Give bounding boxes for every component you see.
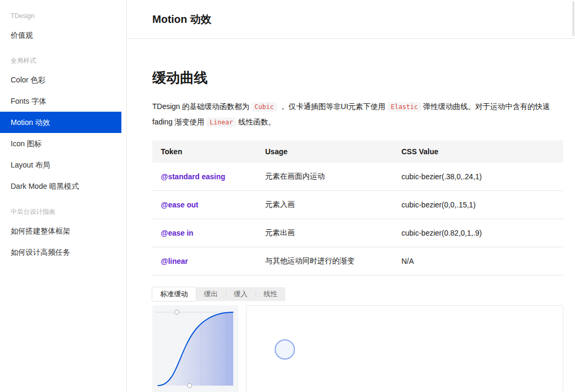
sidebar: TDesign 价值观 全局样式 Color 色彩 Fonts 字体 Motio… [0,0,127,392]
table-row: @linear 与其他运动同时进行的渐变 N/A [152,247,563,276]
inline-code-linear: Linear [207,118,236,127]
token-link-linear[interactable]: @linear [152,247,257,276]
sidebar-item-fonts[interactable]: Fonts 字体 [0,90,126,112]
usage-cell: 与其他运动同时进行的渐变 [257,247,393,276]
easing-demo [152,305,563,392]
table-row: @ease out 元素入画 cubic-bezier(0,0,.15,1) [152,191,563,219]
sidebar-item-framework[interactable]: 如何搭建整体框架 [0,220,126,241]
table-header-row: Token Usage CSS Value [152,140,563,163]
sidebar-group-label-guide: 中后台设计指南 [0,203,126,220]
easing-demo-tabs: 标准缓动 缓出 缓入 线性 [152,287,285,301]
usage-cell: 元素入画 [257,191,393,219]
bezier-curve-svg [152,305,239,392]
sidebar-item-tasks[interactable]: 如何设计高频任务 [0,241,126,263]
main-content: Motion 动效 缓动曲线 TDesign 的基础缓动函数都为Cubic， 仅… [127,0,575,392]
sidebar-item-layout[interactable]: Layout 布局 [0,154,126,176]
sidebar-group-label-global-styles: 全局样式 [0,52,126,69]
table-header-css-value: CSS Value [393,140,563,163]
control-handle-bottom[interactable] [187,383,192,388]
intro-text-4: 线性函数。 [238,118,275,126]
usage-cell: 元素在画面内运动 [257,163,393,191]
curve-area-fill [158,312,233,386]
sidebar-item-icon[interactable]: Icon 图标 [0,133,126,154]
intro-paragraph: TDesign 的基础缓动函数都为Cubic， 仅卡通插图等非UI元素下使用El… [152,99,563,130]
inline-code-elastic: Elastic [388,102,421,112]
intro-text-1: TDesign 的基础缓动函数都为 [152,102,249,111]
page-header: Motion 动效 [127,0,575,39]
animation-stage [246,305,563,392]
table-header-usage: Usage [257,140,393,163]
tab-ease-out[interactable]: 缓出 [196,287,226,301]
usage-cell: 元素出画 [257,219,393,247]
css-value-cell: cubic-bezier(.38,0,.24,1) [393,163,563,191]
table-row: @standard easing 元素在画面内运动 cubic-bezier(.… [152,163,563,191]
table-header-token: Token [152,140,257,163]
animation-ball [275,339,295,360]
brand-label: TDesign [0,7,126,24]
bezier-curve-panel [152,305,239,392]
intro-text-2: ， 仅卡通插图等非UI元素下使用 [279,102,385,111]
token-link-ease-in[interactable]: @ease in [152,219,257,247]
token-link-ease-out[interactable]: @ease out [152,191,257,219]
scrollbar-thumb[interactable] [572,1,574,36]
inline-code-cubic: Cubic [251,102,277,112]
css-value-cell: cubic-bezier(0,0,.15,1) [393,191,563,219]
page-title: Motion 动效 [152,12,211,27]
css-value-cell: cubic-bezier(0.82,0,1,.9) [393,219,563,247]
css-value-cell: N/A [393,247,563,276]
tab-linear[interactable]: 线性 [256,287,285,301]
control-handle-top[interactable] [175,310,179,314]
tab-standard-easing[interactable]: 标准缓动 [152,287,196,301]
table-row: @ease in 元素出画 cubic-bezier(0.82,0,1,.9) [152,219,563,247]
token-link-standard-easing[interactable]: @standard easing [152,163,257,191]
section-title: 缓动曲线 [152,69,563,87]
sidebar-item-dark-mode[interactable]: Dark Mode 暗黑模式 [0,176,126,197]
sidebar-item-color[interactable]: Color 色彩 [0,69,126,90]
easing-table: Token Usage CSS Value @standard easing 元… [152,140,563,276]
sidebar-item-motion[interactable]: Motion 动效 [0,112,121,133]
sidebar-item-values[interactable]: 价值观 [0,24,126,46]
content-area: 缓动曲线 TDesign 的基础缓动函数都为Cubic， 仅卡通插图等非UI元素… [127,69,575,392]
tab-ease-in[interactable]: 缓入 [226,287,256,301]
